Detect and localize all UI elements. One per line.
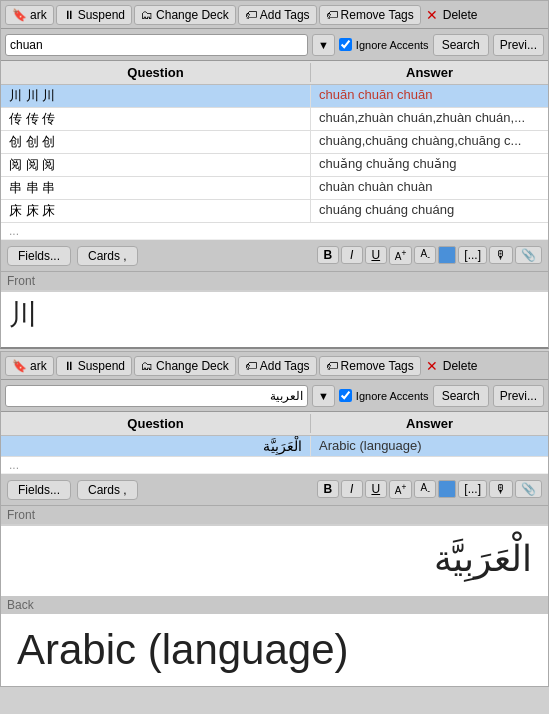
editor-toolbar-1: B I U A+ A- [...] 🎙 📎 <box>317 246 542 264</box>
remove-tags-button[interactable]: 🏷 Remove Tags <box>319 5 421 25</box>
table-row[interactable]: 阅 阅 阅 chuǎng chuǎng chuǎng <box>1 154 548 177</box>
cell-answer: chuàn chuàn chuàn <box>311 177 548 199</box>
fields-cards-row-2: Fields... Cards , B I U A+ A- [...] 🎙 📎 <box>1 474 548 506</box>
table-body-2: الْعَرَبِيَّة Arabic (language) ... <box>1 436 548 474</box>
special-chars-button-1[interactable]: [...] <box>458 246 487 264</box>
italic-button-1[interactable]: I <box>341 246 363 264</box>
remove-tags-icon-2: 🏷 <box>326 359 338 373</box>
change-deck-button[interactable]: 🗂 Change Deck <box>134 5 236 25</box>
deck-icon-2: 🗂 <box>141 359 153 373</box>
cell-answer: chuǎng chuǎng chuǎng <box>311 154 548 176</box>
panel-1: 🔖 ark ⏸ Suspend 🗂 Change Deck 🏷 Add Tags… <box>0 0 549 349</box>
cell-question: 创 创 创 <box>1 131 311 153</box>
search-row-2: ▼ Ignore Accents Search Previ... <box>1 380 548 412</box>
mark-button-2[interactable]: 🔖 ark <box>5 356 54 376</box>
suspend-icon: ⏸ <box>63 8 75 22</box>
suspend-button[interactable]: ⏸ Suspend <box>56 5 132 25</box>
table-row[interactable]: 创 创 创 chuàng,chuāng chuàng,chuāng c... <box>1 131 548 154</box>
special-chars-button-2[interactable]: [...] <box>458 480 487 498</box>
toolbar-1: 🔖 ark ⏸ Suspend 🗂 Change Deck 🏷 Add Tags… <box>1 1 548 29</box>
editor-toolbar-2: B I U A+ A- [...] 🎙 📎 <box>317 480 542 498</box>
cell-answer: chuán,zhuàn chuán,zhuàn chuán,... <box>311 108 548 130</box>
table-row[interactable]: 床 床 床 chuáng chuáng chuáng <box>1 200 548 223</box>
delete-button[interactable]: ✕ <box>423 7 441 23</box>
mark-button[interactable]: 🔖 ark <box>5 5 54 25</box>
color-picker-1[interactable] <box>438 246 456 264</box>
table-header-2: Question Answer <box>1 412 548 436</box>
fields-button-2[interactable]: Fields... <box>7 480 71 500</box>
cell-question: 床 床 床 <box>1 200 311 222</box>
cell-answer: chuàng,chuāng chuàng,chuāng c... <box>311 131 548 153</box>
add-tags-icon-2: 🏷 <box>245 359 257 373</box>
record-button-1[interactable]: 🎙 <box>489 246 513 264</box>
deck-icon: 🗂 <box>141 8 153 22</box>
cards-button-1[interactable]: Cards , <box>77 246 138 266</box>
back-label-2: Back <box>1 596 548 614</box>
front-label-2: Front <box>1 506 548 524</box>
add-tags-icon: 🏷 <box>245 8 257 22</box>
table-header-1: Question Answer <box>1 61 548 85</box>
search-input-1[interactable] <box>5 34 308 56</box>
table-row[interactable]: 传 传 传 chuán,zhuàn chuán,zhuàn chuán,... <box>1 108 548 131</box>
subscript-button-2[interactable]: A- <box>414 480 436 498</box>
cell-question: 传 传 传 <box>1 108 311 130</box>
bold-button-2[interactable]: B <box>317 480 339 498</box>
bold-button-1[interactable]: B <box>317 246 339 264</box>
col-answer-header-1: Answer <box>311 63 548 82</box>
search-dropdown-2[interactable]: ▼ <box>312 385 335 407</box>
remove-tags-icon: 🏷 <box>326 8 338 22</box>
superscript-button-1[interactable]: A+ <box>389 246 413 264</box>
italic-button-2[interactable]: I <box>341 480 363 498</box>
cards-button-2[interactable]: Cards , <box>77 480 138 500</box>
mark-icon-2: 🔖 <box>12 359 27 373</box>
fields-cards-row-1: Fields... Cards , B I U A+ A- [...] 🎙 📎 <box>1 240 548 272</box>
cell-question: 阅 阅 阅 <box>1 154 311 176</box>
attach-button-1[interactable]: 📎 <box>515 246 542 264</box>
toolbar-2: 🔖 ark ⏸ Suspend 🗂 Change Deck 🏷 Add Tags… <box>1 352 548 380</box>
ellipsis-row-1: ... <box>1 223 548 240</box>
search-input-2[interactable] <box>5 385 308 407</box>
change-deck-button-2[interactable]: 🗂 Change Deck <box>134 356 236 376</box>
front-label-1: Front <box>1 272 548 290</box>
front-content-1: 川 <box>1 292 548 347</box>
underline-button-2[interactable]: U <box>365 480 387 498</box>
preview-button-1[interactable]: Previ... <box>493 34 544 56</box>
table-row[interactable]: الْعَرَبِيَّة Arabic (language) <box>1 436 548 457</box>
cell-answer: chuān chuān chuān <box>311 85 548 107</box>
search-button-2[interactable]: Search <box>433 385 489 407</box>
color-picker-2[interactable] <box>438 480 456 498</box>
search-row-1: ▼ Ignore Accents Search Previ... <box>1 29 548 61</box>
underline-button-1[interactable]: U <box>365 246 387 264</box>
cell-question: 川 川 川 <box>1 85 311 107</box>
col-answer-header-2: Answer <box>311 414 548 433</box>
suspend-icon-2: ⏸ <box>63 359 75 373</box>
col-question-header-2: Question <box>1 414 311 433</box>
panel-2: 🔖 ark ⏸ Suspend 🗂 Change Deck 🏷 Add Tags… <box>0 351 549 687</box>
fields-button-1[interactable]: Fields... <box>7 246 71 266</box>
attach-button-2[interactable]: 📎 <box>515 480 542 498</box>
search-dropdown-1[interactable]: ▼ <box>312 34 335 56</box>
delete-button-2[interactable]: ✕ <box>423 358 441 374</box>
cell-question: الْعَرَبِيَّة <box>1 436 311 456</box>
cell-question: 串 串 串 <box>1 177 311 199</box>
subscript-button-1[interactable]: A- <box>414 246 436 264</box>
ignore-accents-label-2: Ignore Accents <box>356 390 429 402</box>
search-button-1[interactable]: Search <box>433 34 489 56</box>
remove-tags-button-2[interactable]: 🏷 Remove Tags <box>319 356 421 376</box>
preview-button-2[interactable]: Previ... <box>493 385 544 407</box>
cell-answer: Arabic (language) <box>311 436 548 456</box>
superscript-button-2[interactable]: A+ <box>389 480 413 498</box>
front-content-2: الْعَرَبِيَّة <box>1 526 548 596</box>
ignore-accents-checkbox-1[interactable] <box>339 38 352 51</box>
record-button-2[interactable]: 🎙 <box>489 480 513 498</box>
table-row[interactable]: 川 川 川 chuān chuān chuān <box>1 85 548 108</box>
suspend-button-2[interactable]: ⏸ Suspend <box>56 356 132 376</box>
add-tags-button[interactable]: 🏷 Add Tags <box>238 5 317 25</box>
ignore-accents-checkbox-2[interactable] <box>339 389 352 402</box>
back-content-2: Arabic (language) <box>1 614 548 686</box>
mark-icon: 🔖 <box>12 8 27 22</box>
ignore-accents-label-1: Ignore Accents <box>356 39 429 51</box>
table-row[interactable]: 串 串 串 chuàn chuàn chuàn <box>1 177 548 200</box>
cell-answer: chuáng chuáng chuáng <box>311 200 548 222</box>
add-tags-button-2[interactable]: 🏷 Add Tags <box>238 356 317 376</box>
